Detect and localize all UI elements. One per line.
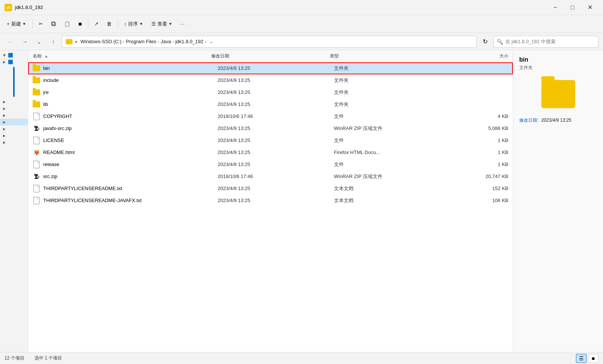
file-icon-wrapper xyxy=(33,89,40,96)
address-bar: ← → ⌄ ↑ « Windows-SSD (C:) › Program Fil… xyxy=(0,33,603,50)
sidebar-item-5[interactable]: ► xyxy=(0,112,28,119)
table-row[interactable]: THIRDPARTYLICENSEREADME-JAVAFX.txt 2023/… xyxy=(28,195,513,207)
sidebar-item-8[interactable]: ► xyxy=(0,132,28,139)
file-icon-wrapper xyxy=(33,77,40,84)
file-date: 2023/4/9 13:25 xyxy=(218,89,334,95)
file-name: javafx-src.zip xyxy=(43,125,218,131)
sort-dropdown-icon: ▼ xyxy=(139,22,143,26)
file-date: 2023/4/9 13:25 xyxy=(218,65,334,71)
more-button[interactable]: ··· xyxy=(177,19,188,29)
file-type: 文件 xyxy=(334,161,450,168)
address-path[interactable]: « Windows-SSD (C:) › Program Files › Jav… xyxy=(62,36,477,48)
grid-view-button[interactable]: ■ xyxy=(588,354,598,363)
file-date: 2023/4/9 13:25 xyxy=(218,101,334,107)
close-button[interactable]: ✕ xyxy=(581,2,598,14)
column-header-date[interactable]: 修改日期 xyxy=(211,53,330,59)
folder-icon xyxy=(33,65,40,71)
list-view-button[interactable]: ☰ xyxy=(576,354,586,363)
share-button[interactable]: ↗ xyxy=(91,19,102,29)
search-input[interactable] xyxy=(505,39,595,44)
sort-button[interactable]: ↕ 排序 ▼ xyxy=(120,18,147,30)
sort-arrow-icon: ▲ xyxy=(44,54,48,58)
cut-button[interactable]: ✂ xyxy=(35,19,47,29)
back-button[interactable]: ← xyxy=(5,36,17,48)
zip-icon: 🗜 xyxy=(33,173,40,180)
table-row[interactable]: THIRDPARTYLICENSEREADME.txt 2023/4/9 13:… xyxy=(28,183,513,195)
file-type: 文件夹 xyxy=(334,101,450,108)
preview-title: bin xyxy=(519,56,528,63)
expand-arrow-icon-9: ► xyxy=(2,140,8,145)
folder-icon xyxy=(33,101,40,107)
table-row[interactable]: 🗜 javafx-src.zip 2023/4/9 13:25 WinRAR Z… xyxy=(28,122,513,134)
file-name: COPYRIGHT xyxy=(43,113,218,119)
table-row[interactable]: lib 2023/4/9 13:25 文件夹 xyxy=(28,98,513,110)
sidebar-item-7[interactable]: ► xyxy=(0,125,28,132)
main-layout: ▼ ► ► ► ► ► ► ► ► xyxy=(0,50,603,352)
table-row[interactable]: COPYRIGHT 2018/10/6 17:46 文件 4 KB xyxy=(28,110,513,122)
path-dropdown-icon[interactable]: ⌄ xyxy=(209,39,213,44)
html-icon: 🦊 xyxy=(33,149,40,156)
file-name: release xyxy=(43,162,218,167)
table-row[interactable]: release 2023/4/9 13:25 文件 1 KB xyxy=(28,159,513,171)
expand-arrow-icon-6: ► xyxy=(2,120,8,124)
refresh-button[interactable]: ↻ xyxy=(479,36,491,48)
file-type: WinRAR ZIP 压缩文件 xyxy=(334,125,450,132)
forward-button[interactable]: → xyxy=(19,36,31,48)
paste-button[interactable]: 📋 xyxy=(60,19,74,29)
file-date: 2023/4/9 13:25 xyxy=(218,198,334,203)
table-row[interactable]: 🗜 src.zip 2018/10/6 17:46 WinRAR ZIP 压缩文… xyxy=(28,171,513,183)
search-box[interactable]: 🔍 xyxy=(493,36,598,48)
preview-panel: bin 文件夹 修改日期: 2023/4/9 13:25 xyxy=(513,50,603,352)
up-dropdown-button[interactable]: ⌄ xyxy=(33,36,45,48)
selected-count: 选中 1 个项目 xyxy=(35,355,62,361)
file-name: README.html xyxy=(43,150,218,155)
table-row[interactable]: bin 2023/4/9 13:25 文件夹 xyxy=(28,62,513,74)
sidebar-box-icon-2 xyxy=(8,60,13,64)
expand-arrow-icon-4: ► xyxy=(2,106,8,111)
file-type: 文件 xyxy=(334,137,450,144)
file-size: 5,086 KB xyxy=(450,125,508,131)
file-size: 1 KB xyxy=(450,162,508,167)
delete-button[interactable]: 🗑 xyxy=(103,19,115,29)
maximize-button[interactable]: □ xyxy=(564,2,581,14)
table-row[interactable]: 🦊 README.html 2023/4/9 13:25 Firefox HTM… xyxy=(28,147,513,159)
minimize-button[interactable]: − xyxy=(547,2,564,14)
file-icon-wrapper: 🗜 xyxy=(33,125,40,132)
file-icon-wrapper xyxy=(33,113,40,120)
sidebar-item-6-active[interactable]: ► xyxy=(0,119,28,125)
preview-meta-label: 修改日期: xyxy=(519,118,538,123)
column-header-type[interactable]: 类型 xyxy=(330,53,449,59)
paste-icon: 📋 xyxy=(64,21,70,27)
file-date: 2023/4/9 13:25 xyxy=(218,150,334,155)
table-row[interactable]: include 2023/4/9 13:25 文件夹 xyxy=(28,74,513,86)
file-type: 文件夹 xyxy=(334,77,450,84)
doc-icon xyxy=(33,137,39,144)
path-segment-3: Program Files xyxy=(126,39,156,44)
sidebar-item-1[interactable]: ▼ xyxy=(0,52,28,59)
table-row[interactable]: jre 2023/4/9 13:25 文件夹 xyxy=(28,86,513,98)
path-folder-icon xyxy=(66,39,73,44)
path-segment-4: Java xyxy=(161,39,171,44)
sidebar-item-3[interactable]: ► xyxy=(0,98,28,105)
file-name: LICENSE xyxy=(43,137,218,143)
expand-arrow-icon-2: ► xyxy=(2,60,8,64)
doc-icon xyxy=(33,197,39,204)
file-size: 1 KB xyxy=(450,137,508,143)
new-button[interactable]: + 新建 ▼ xyxy=(3,18,30,30)
sidebar: ▼ ► ► ► ► ► ► ► ► xyxy=(0,50,28,352)
sidebar-item-9[interactable]: ► xyxy=(0,139,28,146)
expand-arrow-icon-5: ► xyxy=(2,113,8,118)
doc-icon xyxy=(33,185,39,192)
sidebar-item-4[interactable]: ► xyxy=(0,105,28,112)
column-header-size[interactable]: 大小 xyxy=(449,53,508,59)
file-type: 文件夹 xyxy=(334,65,450,72)
up-button[interactable]: ↑ xyxy=(47,36,59,48)
column-header-name[interactable]: 名称 ▲ xyxy=(33,53,211,59)
table-row[interactable]: LICENSE 2023/4/9 13:25 文件 1 KB xyxy=(28,134,513,147)
search-icon: 🔍 xyxy=(497,39,503,45)
view-button[interactable]: ☰ 查看 ▼ xyxy=(148,18,176,30)
rename-button[interactable]: ■ xyxy=(75,18,86,30)
view-toggle: ☰ ■ xyxy=(576,354,598,363)
sidebar-item-2[interactable]: ► xyxy=(0,59,28,65)
copy-button[interactable]: ⧉ xyxy=(47,18,60,30)
